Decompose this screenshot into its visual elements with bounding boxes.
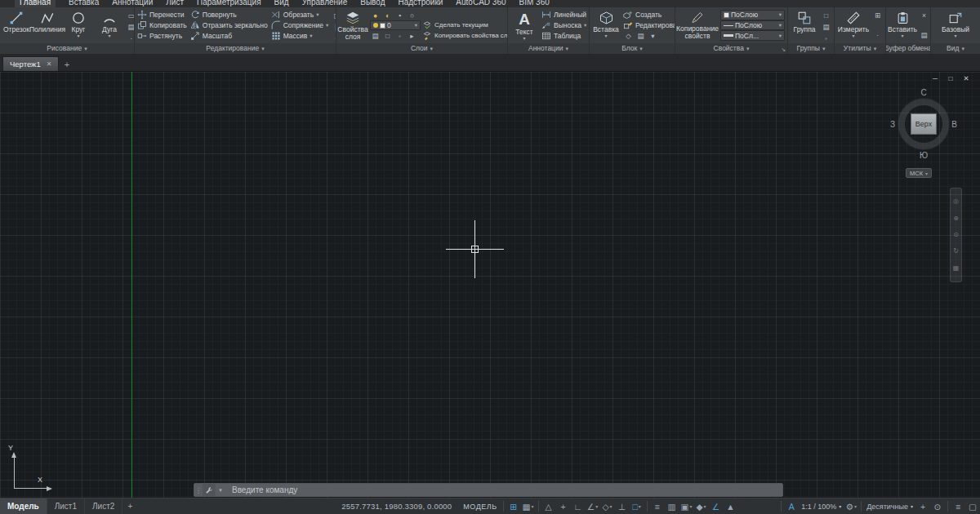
chevron-down-icon[interactable]: ▾ xyxy=(704,503,706,509)
dynamic-ucs-toggle[interactable]: ∠ xyxy=(709,499,724,514)
trim-button[interactable]: Обрезать ▾ xyxy=(271,10,329,20)
array-button[interactable]: Массив ▾ xyxy=(271,30,329,41)
layer-freeze-icon[interactable]: ◐ xyxy=(382,10,393,20)
close-icon[interactable]: ✕ xyxy=(962,74,970,82)
lineweight-dropdown[interactable]: ПоСл... ▾ xyxy=(720,30,785,41)
paste-button[interactable]: Вставить ▾ xyxy=(888,8,917,42)
chevron-down-icon[interactable]: ▾ xyxy=(584,22,586,29)
chevron-down-icon[interactable]: ▾ xyxy=(532,503,534,509)
panel-label-draw[interactable]: Рисование▾ xyxy=(0,43,134,54)
panel-label-modify[interactable]: Редактирование▾ xyxy=(135,43,336,54)
chevron-down-icon[interactable]: ▾ xyxy=(77,34,79,38)
ungroup-icon[interactable]: □ xyxy=(821,10,831,20)
table-button[interactable]: Таблица xyxy=(541,30,590,41)
tab-annotate[interactable]: Аннотации xyxy=(112,0,153,7)
selection-cycling-toggle[interactable]: ▣▾ xyxy=(679,499,694,514)
chevron-down-icon[interactable]: ▾ xyxy=(610,503,612,509)
minimize-icon[interactable]: ─ xyxy=(931,74,939,82)
chevron-down-icon[interactable]: ▾ xyxy=(108,34,110,38)
viewcube-east[interactable]: В xyxy=(951,120,957,129)
isodraft-toggle[interactable]: ◇▾ xyxy=(600,499,615,514)
color-dropdown[interactable]: ПоСлою ▾ xyxy=(720,10,785,20)
move-button[interactable]: Перенести xyxy=(137,10,187,20)
transparency-toggle[interactable]: ▥ xyxy=(665,499,679,514)
stretch-button[interactable]: Растянуть xyxy=(137,30,187,41)
offset-icon[interactable]: ∥ xyxy=(331,21,336,32)
layout-tab-layout1[interactable]: Лист1 xyxy=(47,498,85,514)
arc-button[interactable]: Дуга ▾ xyxy=(95,8,124,42)
annotation-monitor-toggle[interactable]: ▲ xyxy=(724,499,738,514)
workspace-switching-button[interactable]: ⚙▾ xyxy=(844,499,858,514)
chevron-down-icon[interactable]: ▾ xyxy=(901,34,903,38)
copy-button[interactable]: Копировать xyxy=(137,20,187,31)
ortho-toggle[interactable]: ∟ xyxy=(571,499,586,514)
tab-parametric[interactable]: Параметризация xyxy=(197,0,261,7)
panel-label-properties[interactable]: Свойства▾ xyxy=(675,43,787,54)
edit-block-button[interactable]: Редактировать xyxy=(623,20,675,31)
viewcube-west[interactable]: З xyxy=(890,120,895,129)
polar-tracking-toggle[interactable]: ∠▾ xyxy=(586,499,600,514)
clean-screen-button[interactable]: ▢ xyxy=(965,499,980,514)
units-button[interactable]: Десятичные▾ xyxy=(864,503,915,511)
file-tab-drawing1[interactable]: Чертеж1 ✕ xyxy=(2,56,59,71)
dimension-button[interactable]: Линейный ▾ xyxy=(541,10,590,20)
chevron-down-icon[interactable]: ▾ xyxy=(326,22,328,29)
quick-properties-toggle[interactable]: + xyxy=(915,499,930,514)
rectangle-icon[interactable]: ▭ xyxy=(126,10,135,20)
recent-commands-icon[interactable]: ▾ xyxy=(216,487,225,494)
lineweight-toggle[interactable]: ≡ xyxy=(650,499,665,514)
group-toggle-icon[interactable]: ◦ xyxy=(821,33,831,43)
group-button[interactable]: Группа xyxy=(790,8,819,42)
chevron-down-icon[interactable]: ▾ xyxy=(854,503,857,509)
panel-label-groups[interactable]: Группы▾ xyxy=(788,43,834,54)
panel-label-layers[interactable]: Слои▾ xyxy=(336,43,507,54)
command-line[interactable]: ⋮ ▾ Введите команду xyxy=(194,483,783,497)
close-icon[interactable]: ✕ xyxy=(47,60,52,68)
point-icon[interactable]: ∙ xyxy=(126,33,135,43)
panel-label-utilities[interactable]: Утилиты▾ xyxy=(835,43,885,54)
cut-icon[interactable]: × xyxy=(919,10,929,20)
quick-calc-icon[interactable]: ⊞ xyxy=(872,10,883,20)
show-motion-icon[interactable]: ▦ xyxy=(953,265,960,272)
viewcube-south[interactable]: Ю xyxy=(920,151,928,160)
make-current-button[interactable]: Сделать текущим xyxy=(422,20,508,30)
tab-view[interactable]: Вид xyxy=(274,0,289,7)
panel-label-annotation[interactable]: Аннотации▾ xyxy=(508,43,589,54)
pan-icon[interactable]: ⊕ xyxy=(953,215,959,222)
chevron-down-icon[interactable]: ▾ xyxy=(779,33,782,39)
model-space-button[interactable]: МОДЕЛЬ xyxy=(460,503,500,511)
mirror-button[interactable]: Отразить зеркально xyxy=(190,20,268,31)
base-view-button[interactable]: Базовый ▾ xyxy=(938,8,973,42)
dynamic-input-toggle[interactable]: + xyxy=(556,499,571,514)
chevron-down-icon[interactable]: ▾ xyxy=(523,37,525,41)
layer-unisolate-icon[interactable]: □ xyxy=(382,30,393,41)
measure-button[interactable]: Измерить ▾ xyxy=(836,8,871,42)
chevron-down-icon[interactable]: ▾ xyxy=(911,503,913,509)
chevron-down-icon[interactable]: ▾ xyxy=(604,34,607,38)
match-properties-button[interactable]: Копирование свойств xyxy=(677,8,718,42)
layout-tab-layout2[interactable]: Лист2 xyxy=(85,498,122,514)
restore-icon[interactable]: □ xyxy=(947,74,955,82)
hatch-icon[interactable]: ▤ xyxy=(126,21,135,32)
erase-icon[interactable]: ◻ xyxy=(331,10,336,20)
drawing-canvas[interactable]: ─ □ ✕ С Ю З В Верх МСК ▾ ◎ ⊕ ⊙ ↻ ▦ xyxy=(0,72,980,498)
chevron-down-icon[interactable]: ▾ xyxy=(310,33,312,39)
navigation-bar[interactable]: ◎ ⊕ ⊙ ↻ ▦ xyxy=(950,188,962,282)
layer-dropdown[interactable]: 0 ▾ xyxy=(370,20,421,30)
viewcube-north[interactable]: С xyxy=(920,88,926,97)
tab-bim360[interactable]: BIM 360 xyxy=(519,0,550,7)
chevron-down-icon[interactable]: ▾ xyxy=(316,11,318,18)
leader-button[interactable]: Выноска ▾ xyxy=(541,20,590,31)
group-edit-icon[interactable]: ▤ xyxy=(821,21,831,32)
tab-home[interactable]: Главная xyxy=(15,0,56,7)
ucs-icon[interactable]: Y X xyxy=(7,447,56,490)
chevron-down-icon[interactable]: ▾ xyxy=(779,22,782,29)
chevron-down-icon[interactable]: ▾ xyxy=(639,503,641,509)
customize-command-button[interactable] xyxy=(203,484,216,496)
chevron-down-icon[interactable]: ▾ xyxy=(839,503,841,509)
match-layer-button[interactable]: Копировать свойства слоя xyxy=(422,30,508,41)
tab-insert[interactable]: Вставка xyxy=(69,0,99,7)
dialog-launcher-icon[interactable]: ↘ xyxy=(781,47,786,53)
layout-tab-model[interactable]: Модель xyxy=(0,498,47,514)
tab-manage[interactable]: Управление xyxy=(302,0,348,7)
